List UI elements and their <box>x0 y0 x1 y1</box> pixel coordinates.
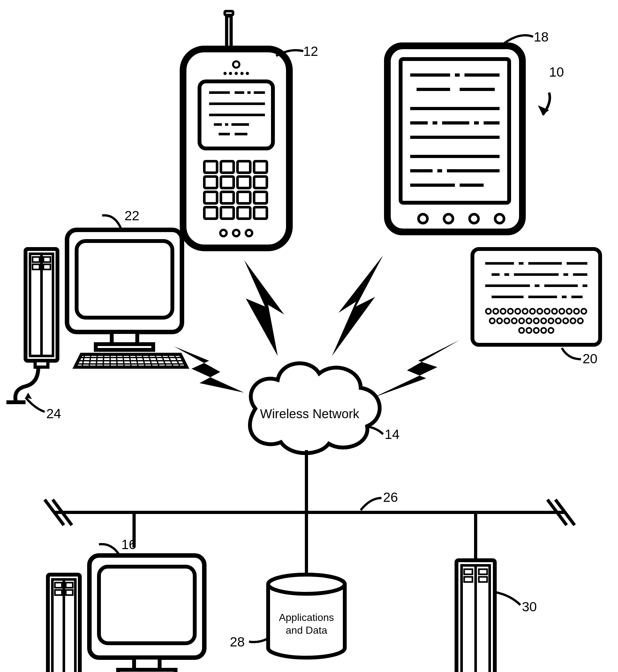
svg-rect-126 <box>77 241 172 318</box>
db-label-line1: Applications <box>279 612 334 623</box>
svg-point-8 <box>235 72 238 75</box>
svg-marker-151 <box>332 256 383 356</box>
svg-rect-2 <box>225 11 233 15</box>
ref-10-label: 10 <box>549 65 564 80</box>
db-label-line2: and Data <box>286 625 327 636</box>
svg-point-7 <box>229 72 232 75</box>
svg-rect-124 <box>35 361 48 367</box>
svg-rect-172 <box>118 670 176 672</box>
server-tower: 30 <box>456 560 537 672</box>
svg-rect-35 <box>204 207 217 219</box>
svg-point-6 <box>223 72 227 75</box>
svg-point-9 <box>240 72 243 75</box>
svg-rect-31 <box>204 192 217 203</box>
svg-rect-25 <box>237 161 250 173</box>
svg-marker-149 <box>174 347 244 393</box>
svg-line-137 <box>116 354 117 367</box>
ref-28-label: 28 <box>230 634 245 649</box>
svg-marker-150 <box>244 260 284 356</box>
system-ref: 10 <box>538 65 564 115</box>
ref-20-label: 20 <box>583 351 598 366</box>
ref-30-label: 30 <box>522 599 537 614</box>
svg-rect-27 <box>204 177 217 188</box>
ref-16-label: 16 <box>121 537 136 552</box>
svg-rect-34 <box>254 192 267 203</box>
ref-14-label: 14 <box>385 427 400 442</box>
ref-12-label: 12 <box>303 44 318 59</box>
tablet: 18 <box>386 29 549 233</box>
ref-26-label: 26 <box>383 490 398 505</box>
server-pc-bottom: 16 <box>48 537 209 672</box>
svg-rect-32 <box>221 192 234 203</box>
database: Applications and Data 28 <box>230 575 345 658</box>
svg-rect-30 <box>254 177 267 188</box>
svg-rect-38 <box>254 207 267 219</box>
svg-rect-37 <box>237 207 250 219</box>
mobile-phone: 12 <box>182 11 318 249</box>
svg-point-192 <box>268 575 345 594</box>
svg-rect-28 <box>221 177 234 188</box>
svg-marker-152 <box>374 340 460 397</box>
svg-rect-33 <box>237 192 250 203</box>
ref-18-label: 18 <box>534 29 549 44</box>
svg-rect-24 <box>221 161 234 173</box>
svg-rect-26 <box>254 161 267 173</box>
svg-rect-29 <box>237 177 250 188</box>
svg-rect-170 <box>99 567 195 643</box>
svg-rect-44 <box>401 59 509 203</box>
network-diagram: 10 <box>0 0 618 672</box>
svg-rect-23 <box>204 161 217 173</box>
svg-rect-128 <box>96 344 153 350</box>
laptop: 20 <box>473 249 600 366</box>
cloud-label: Wireless Network <box>260 407 359 421</box>
desktop-pc-top: 22 24 <box>6 208 187 421</box>
wireless-cloud: Wireless Network 14 <box>250 363 400 453</box>
ref-22-label: 22 <box>124 208 139 223</box>
svg-line-135 <box>103 354 104 367</box>
svg-point-10 <box>246 72 249 75</box>
ref-24-label: 24 <box>46 406 61 421</box>
svg-rect-1 <box>227 16 231 48</box>
svg-rect-36 <box>221 207 234 219</box>
